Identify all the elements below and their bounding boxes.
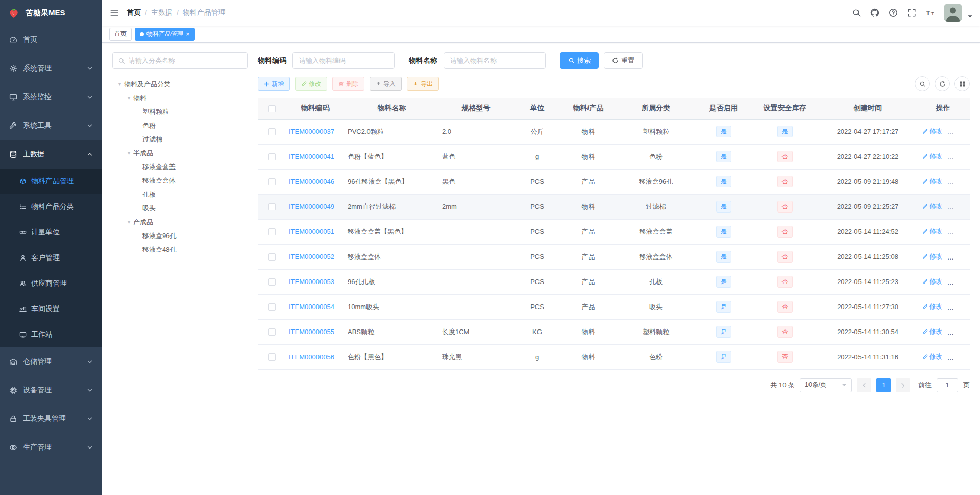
row-delete-button[interactable]: 删除 [950,252,970,261]
material-name-input[interactable] [444,52,546,69]
tree-node[interactable]: 过滤棉 [112,132,248,146]
material-code-link[interactable]: ITEM00000053 [289,278,334,286]
table-row[interactable]: ITEM00000052 移液盒盒体 PCS 产品 移液盒盒体 是 否 2022… [258,244,970,269]
row-checkbox[interactable] [268,353,276,361]
breadcrumb-item[interactable]: 首页 [127,8,141,17]
category-search-input[interactable] [129,57,242,64]
row-edit-button[interactable]: 修改 [922,227,942,236]
material-code-link[interactable]: ITEM00000055 [289,328,334,336]
material-code-link[interactable]: ITEM00000054 [289,303,334,311]
table-row[interactable]: ITEM00000055 ABS颗粒 长度1CM KG 物料 塑料颗粒 是 否 … [258,319,970,344]
material-code-input[interactable] [292,52,395,69]
page-number-button[interactable]: 1 [876,378,891,392]
sidebar-item[interactable]: 工装夹具管理 [0,405,102,433]
row-edit-button[interactable]: 修改 [922,302,942,311]
sidebar-item[interactable]: 设备管理 [0,376,102,405]
row-edit-button[interactable]: 修改 [922,202,942,211]
sidebar-item[interactable]: 生产管理 [0,433,102,462]
sidebar-subitem[interactable]: 物料产品分类 [0,194,102,220]
sidebar-item[interactable]: 系统工具 [0,111,102,140]
row-delete-button[interactable]: 删除 [950,202,970,211]
sidebar-subitem[interactable]: 物料产品管理 [0,169,102,194]
add-button[interactable]: 新增 [258,77,290,91]
reset-button[interactable]: 重置 [604,52,643,69]
table-row[interactable]: ITEM00000056 色粉【黑色】 珠光黑 g 物料 色粉 是 否 2022… [258,344,970,369]
view-tab[interactable]: 首页 [109,28,132,41]
table-row[interactable]: ITEM00000041 色粉【蓝色】 蓝色 g 物料 色粉 是 否 2022-… [258,144,970,169]
sidebar-subitem[interactable]: 客户管理 [0,245,102,271]
row-delete-button[interactable]: 删除 [950,352,970,361]
row-checkbox[interactable] [268,153,276,160]
row-checkbox[interactable] [268,128,276,135]
delete-button[interactable]: 删除 [332,77,364,91]
question-icon[interactable] [889,8,898,17]
row-edit-button[interactable]: 修改 [922,152,942,161]
sidebar-subitem[interactable]: 供应商管理 [0,271,102,296]
row-delete-button[interactable]: 删除 [950,302,970,311]
material-code-link[interactable]: ITEM00000037 [289,128,334,135]
row-checkbox[interactable] [268,228,276,235]
page-size-select[interactable]: 10条/页 [800,378,852,392]
table-row[interactable]: ITEM00000037 PVC2.0颗粒 2.0 公斤 物料 塑料颗粒 是 是… [258,119,970,144]
tree-node[interactable]: 移液盒盒体 [112,174,248,187]
row-delete-button[interactable]: 删除 [950,327,970,336]
row-edit-button[interactable]: 修改 [922,352,942,361]
columns-button[interactable] [954,76,970,91]
table-row[interactable]: ITEM00000054 10mm吸头 PCS 产品 吸头 是 否 2022-0… [258,294,970,319]
hamburger-icon[interactable] [102,8,127,17]
row-checkbox[interactable] [268,203,276,210]
select-all-checkbox[interactable] [268,105,276,112]
row-edit-button[interactable]: 修改 [922,252,942,261]
logo[interactable]: 苦糖果MES [0,0,102,26]
row-delete-button[interactable]: 删除 [950,152,970,161]
tree-node[interactable]: 移液盒盒盖 [112,160,248,174]
tree-node[interactable]: 吸头 [112,201,248,215]
sidebar-item[interactable]: 系统管理 [0,54,102,83]
sidebar-item[interactable]: 首页 [0,26,102,54]
material-code-link[interactable]: ITEM00000049 [289,203,334,210]
export-button[interactable]: 导出 [407,77,439,91]
row-delete-button[interactable]: 删除 [950,127,970,136]
next-page-button[interactable] [896,378,910,392]
sidebar-item[interactable]: 主数据 [0,140,102,169]
view-tab[interactable]: 物料产品管理 × [135,28,195,41]
import-button[interactable]: 导入 [370,77,402,91]
row-checkbox[interactable] [268,278,276,286]
search-icon[interactable] [852,8,861,17]
sidebar-subitem[interactable]: 工作站 [0,322,102,347]
row-checkbox[interactable] [268,328,276,336]
prev-page-button[interactable] [857,378,871,392]
tree-node[interactable]: 移液盒48孔 [112,243,248,256]
tree-node[interactable]: 移液盒96孔 [112,229,248,243]
table-row[interactable]: ITEM00000049 2mm直径过滤棉 2mm PCS 物料 过滤棉 是 否… [258,194,970,219]
close-icon[interactable]: × [186,31,190,37]
tree-node[interactable]: 色粉 [112,119,248,132]
table-row[interactable]: ITEM00000051 移液盒盒盖【黑色】 PCS 产品 移液盒盒盖 是 否 … [258,219,970,244]
material-code-link[interactable]: ITEM00000052 [289,253,334,261]
row-delete-button[interactable]: 删除 [950,177,970,186]
edit-button[interactable]: 修改 [295,77,327,91]
sidebar-subitem[interactable]: 车间设置 [0,296,102,322]
refresh-button[interactable] [935,76,950,91]
row-edit-button[interactable]: 修改 [922,127,942,136]
tree-node[interactable]: ▾ 物料 [112,91,248,105]
caret-down-icon[interactable] [967,14,973,19]
github-icon[interactable] [870,8,879,17]
tree-node[interactable]: 孔板 [112,187,248,201]
goto-page-input[interactable] [937,378,958,392]
tree-node[interactable]: ▾ 半成品 [112,146,248,160]
toggle-search-button[interactable] [915,76,930,91]
tree-node[interactable]: ▾ 物料及产品分类 [112,77,248,91]
material-code-link[interactable]: ITEM00000051 [289,228,334,235]
sidebar-item[interactable]: 仓储管理 [0,347,102,376]
tree-node[interactable]: 塑料颗粒 [112,105,248,119]
tree-node[interactable]: ▾ 产成品 [112,215,248,229]
material-code-link[interactable]: ITEM00000041 [289,153,334,160]
row-checkbox[interactable] [268,303,276,311]
table-row[interactable]: ITEM00000046 96孔移液盒【黑色】 黑色 PCS 产品 移液盒96孔… [258,169,970,194]
font-size-icon[interactable]: TT [925,8,935,17]
row-delete-button[interactable]: 删除 [950,227,970,236]
row-delete-button[interactable]: 删除 [950,277,970,286]
row-edit-button[interactable]: 修改 [922,177,942,186]
sidebar-item[interactable]: 系统监控 [0,83,102,111]
